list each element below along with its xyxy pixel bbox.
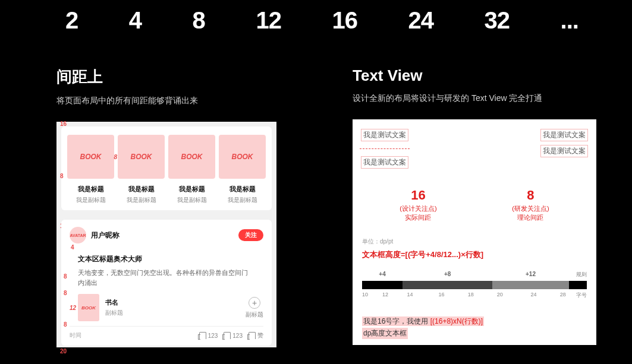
scale-value: 24 xyxy=(408,7,433,34)
sample-line: 我是16号字，我使用 [(16+8)xN(行数)] dp高度文本框 xyxy=(362,316,587,339)
scale-value: 32 xyxy=(485,7,510,34)
section-subtitle-textview: 设计全新的布局将设计与研发的 Text View 完全打通 xyxy=(353,93,596,104)
dev-metric: 8 (研发关注点) 理论间距 xyxy=(512,188,549,222)
rule-axis-label: 规则 xyxy=(576,271,587,278)
metric-label: 实际间距 xyxy=(400,213,436,222)
design-metric: 16 (设计关注点) 实际间距 xyxy=(400,188,436,222)
add-button[interactable]: + 副标题 xyxy=(246,297,263,319)
action-row: 时间 123 123 赞 xyxy=(70,326,263,340)
segment-label: +12 xyxy=(492,271,569,278)
post-time: 时间 xyxy=(70,331,81,340)
scale-value: 4 xyxy=(129,7,142,34)
scale-value: 12 xyxy=(256,7,281,34)
section-title-spacing: 间距上 xyxy=(56,67,299,87)
scale-value: 16 xyxy=(332,7,357,34)
tick: 14 xyxy=(407,292,413,297)
spacing-scale-row: 2 4 8 12 16 24 32 ... xyxy=(0,7,632,34)
segment-label: +4 xyxy=(362,271,403,278)
left-column: 间距上 将页面布局中的所有间距能够背诵出来 16 BOOK8 我是标题 我是副标… xyxy=(56,67,299,347)
nickname: 用户昵称 xyxy=(91,230,120,240)
spacing-guide-line xyxy=(360,148,410,149)
thumb-up-icon xyxy=(249,332,256,339)
avatar: AVATAR xyxy=(70,227,86,243)
test-text: 我是测试文案 xyxy=(542,130,587,140)
follow-button[interactable]: 关注 xyxy=(238,229,263,241)
tick: 10 xyxy=(362,292,368,297)
book-thumb: BOOK xyxy=(168,135,215,179)
test-text: 我是测试文案 xyxy=(542,146,587,156)
card-title: 我是标题 xyxy=(229,185,256,194)
metric-label: 理论间距 xyxy=(512,213,549,222)
gutter-label: 12 xyxy=(70,305,76,311)
card-title: 我是标题 xyxy=(179,185,205,194)
tick: 18 xyxy=(468,292,474,297)
formula: 文本框高度=[(字号+4/8/12...)×行数] xyxy=(362,249,587,260)
scale-value: ... xyxy=(561,7,578,34)
thumb-up-icon xyxy=(224,332,231,339)
card-subtitle: 我是副标题 xyxy=(177,196,207,204)
gutter-label: 8 xyxy=(60,173,64,179)
textview-panel: 我是测试文案 我是测试文案 我是测试文案 我是测试文案 16 (设计关注点) 实… xyxy=(353,119,596,345)
metric-value: 16 xyxy=(400,188,436,203)
book-subtitle: 副标题 xyxy=(105,309,123,317)
scale-value: 8 xyxy=(193,7,205,34)
gutter-label: 8 xyxy=(114,154,117,160)
scale-value: 2 xyxy=(65,7,78,34)
metric-label: (研发关注点) xyxy=(512,204,549,213)
size-rule-chart: +4 +8 +12 规则 10 12 14 16 18 20 24 28 字号 xyxy=(362,271,587,299)
card-title: 我是标题 xyxy=(128,185,155,194)
book-card: BOOK 我是标题 我是副标题 xyxy=(168,135,215,204)
like-action[interactable]: 赞 xyxy=(249,331,263,340)
book-thumb: BOOK xyxy=(219,135,266,179)
section-subtitle-spacing: 将页面布局中的所有间距能够背诵出来 xyxy=(56,96,299,106)
test-text: 我是测试文案 xyxy=(362,130,407,140)
tick: 24 xyxy=(531,292,537,297)
gutter-label: 8 xyxy=(64,273,67,280)
gutter-label: 8 xyxy=(64,290,67,296)
metric-label: (设计关注点) xyxy=(400,204,436,213)
book-thumb: BOOK8 xyxy=(67,135,114,179)
post-title: 文本区标题奥术大师 xyxy=(78,254,263,264)
tick: 28 xyxy=(560,292,566,297)
add-label: 副标题 xyxy=(246,311,263,319)
like-action[interactable]: 123 xyxy=(224,332,243,339)
metric-value: 8 xyxy=(512,188,549,203)
spacing-example-panel: 16 BOOK8 我是标题 我是副标题 BOOK 我是标题 我是副标题 BOOK xyxy=(56,122,276,347)
unit-label: 单位：dp/pt xyxy=(362,238,587,246)
book-name: 书名 xyxy=(105,298,123,307)
card-list-box: BOOK8 我是标题 我是副标题 BOOK 我是标题 我是副标题 BOOK 我是… xyxy=(61,126,272,210)
tick: 20 xyxy=(497,292,503,297)
book-thumb: BOOK xyxy=(118,135,165,179)
segment-label: +8 xyxy=(403,271,492,278)
card-title: 我是标题 xyxy=(78,185,104,194)
gutter-label: 4 xyxy=(71,244,74,251)
book-card: BOOK 我是标题 我是副标题 xyxy=(219,135,266,204)
post-box: AVATAR 用户昵称 关注 4 文本区标题奥术大师 天地变变，无数空间门凭空出… xyxy=(61,220,272,346)
gutter-label: 8 xyxy=(64,321,67,328)
card-subtitle: 我是副标题 xyxy=(76,196,106,204)
tick: 12 xyxy=(382,292,388,297)
section-title-textview: Text View xyxy=(353,67,596,85)
book-thumb-small: 12 BOOK xyxy=(78,294,99,321)
card-subtitle: 我是副标题 xyxy=(228,196,257,204)
right-column: Text View 设计全新的布局将设计与研发的 Text View 完全打通 … xyxy=(353,67,596,347)
test-text: 我是测试文案 xyxy=(362,157,407,167)
card-subtitle: 我是副标题 xyxy=(127,196,156,204)
gutter-label: 20 xyxy=(60,348,67,354)
post-body: 天地变变，无数空间门凭空出现。各种各样的异兽自空间门内涌出 xyxy=(78,268,250,288)
thumb-up-icon xyxy=(199,332,206,339)
plus-icon: + xyxy=(249,297,260,309)
book-card: BOOK 我是标题 我是副标题 xyxy=(118,135,165,204)
book-card: BOOK8 我是标题 我是副标题 xyxy=(67,135,114,204)
tick: 16 xyxy=(439,292,445,297)
font-axis-label: 字号 xyxy=(576,292,587,299)
like-action[interactable]: 123 xyxy=(199,332,218,339)
